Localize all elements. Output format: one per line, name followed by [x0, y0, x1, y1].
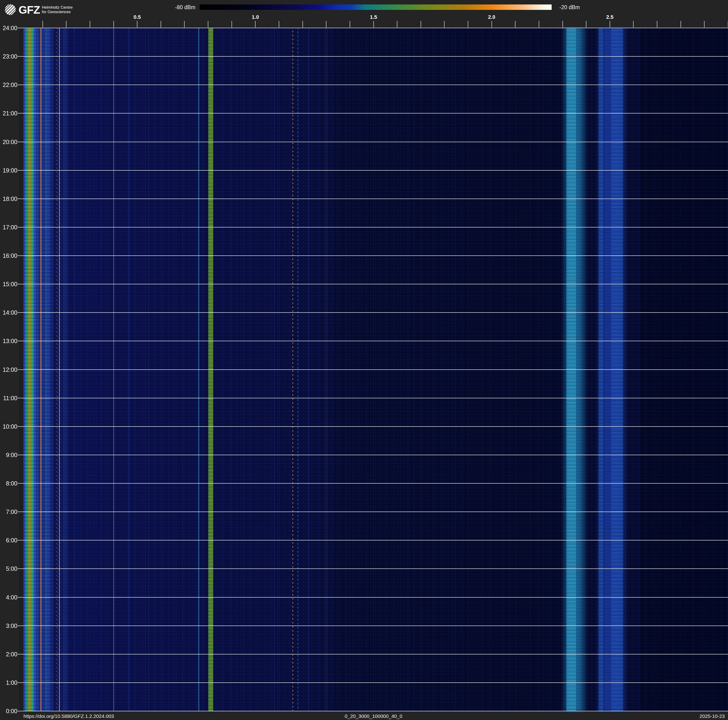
time-label: 7:00	[6, 509, 17, 515]
time-label: 2:00	[6, 651, 17, 657]
freq-tick	[563, 21, 563, 28]
time-label: 6:00	[6, 537, 17, 544]
spectrogram-plot	[19, 28, 728, 711]
freq-tick	[279, 21, 279, 28]
plot-date: 2025-10-23	[700, 714, 725, 719]
time-label: 3:00	[6, 622, 17, 629]
freq-tick	[657, 21, 657, 28]
time-label: 1:00	[6, 679, 17, 686]
freq-tick	[704, 21, 705, 28]
hour-gridline	[18, 682, 728, 683]
freq-tick	[90, 21, 90, 28]
freq-label: 0.5	[134, 14, 141, 20]
hour-gridline	[18, 483, 728, 484]
freq-tick	[421, 21, 421, 28]
freq-tick	[255, 21, 255, 28]
hour-gridline	[18, 398, 728, 398]
freq-tick	[43, 21, 43, 28]
freq-tick	[66, 21, 66, 28]
hour-gridline	[18, 84, 728, 85]
spectrogram-page: GFZ Helmholtz Centre for Geosciences -80…	[0, 0, 728, 720]
freq-tick	[232, 21, 232, 28]
time-label: 20:00	[3, 138, 17, 145]
time-label: 8:00	[6, 480, 17, 487]
hour-gridline	[18, 56, 728, 57]
time-label: 12:00	[3, 366, 17, 373]
hour-gridline	[18, 711, 728, 711]
hour-gridline	[18, 369, 728, 370]
time-label: 10:00	[3, 423, 17, 430]
hour-gridline	[18, 512, 728, 512]
time-label: 13:00	[3, 338, 17, 345]
time-label: 18:00	[3, 195, 17, 202]
freq-tick	[539, 21, 539, 28]
frequency-axis: 0.51.01.52.02.5	[19, 0, 728, 28]
freq-tick	[586, 21, 586, 28]
time-label: 4:00	[6, 594, 17, 601]
freq-tick	[350, 21, 350, 28]
freq-tick	[303, 21, 303, 28]
time-label: 21:00	[3, 110, 17, 117]
freq-tick	[208, 21, 208, 28]
hour-gridline	[18, 227, 728, 227]
time-label: 24:00	[3, 25, 17, 32]
time-label: 19:00	[3, 167, 17, 174]
hour-gridline	[18, 199, 728, 199]
freq-tick	[113, 21, 114, 28]
time-label: 9:00	[6, 451, 17, 458]
freq-tick	[161, 21, 161, 28]
hour-gridline	[18, 341, 728, 341]
freq-tick	[468, 21, 468, 28]
freq-label: 1.5	[370, 14, 377, 20]
freq-label: 2.5	[606, 14, 613, 20]
hour-gridline	[18, 540, 728, 541]
time-axis: 24:0023:0022:0021:0020:0019:0018:0017:00…	[0, 28, 17, 711]
freq-tick	[184, 21, 185, 28]
hour-gridline	[18, 256, 728, 256]
time-label: 14:00	[3, 309, 17, 316]
hour-gridline	[18, 113, 728, 113]
hour-gridline	[18, 568, 728, 569]
freq-label: 2.0	[488, 14, 495, 20]
hour-gridline	[18, 28, 728, 28]
freq-tick	[610, 21, 610, 28]
time-label: 17:00	[3, 224, 17, 231]
freq-label: 1.0	[252, 14, 259, 20]
dataset-title: 0_20_3000_100000_40_0	[19, 714, 728, 719]
hour-gridline	[18, 654, 728, 654]
hour-gridline	[18, 625, 728, 626]
freq-tick	[137, 21, 138, 28]
time-label: 5:00	[6, 565, 17, 572]
hour-gridline	[18, 170, 728, 171]
time-label: 11:00	[3, 395, 17, 401]
hour-gridline	[18, 455, 728, 455]
hour-gridline	[18, 597, 728, 597]
time-label: 15:00	[3, 281, 17, 288]
freq-tick	[326, 21, 326, 28]
time-label: 0:00	[6, 708, 17, 715]
freq-tick	[373, 21, 374, 28]
freq-tick	[681, 21, 681, 28]
time-label: 16:00	[3, 252, 17, 259]
freq-tick	[444, 21, 445, 28]
hour-gridline	[18, 142, 728, 142]
freq-tick	[515, 21, 515, 28]
hour-gridline	[18, 312, 728, 313]
freq-tick	[491, 21, 492, 28]
time-label: 23:00	[3, 53, 17, 60]
time-label: 22:00	[3, 81, 17, 88]
hour-gridline	[18, 426, 728, 427]
gfz-logo-icon	[5, 4, 16, 15]
hour-gridline	[18, 284, 728, 284]
freq-tick	[633, 21, 633, 28]
freq-tick	[397, 21, 397, 28]
